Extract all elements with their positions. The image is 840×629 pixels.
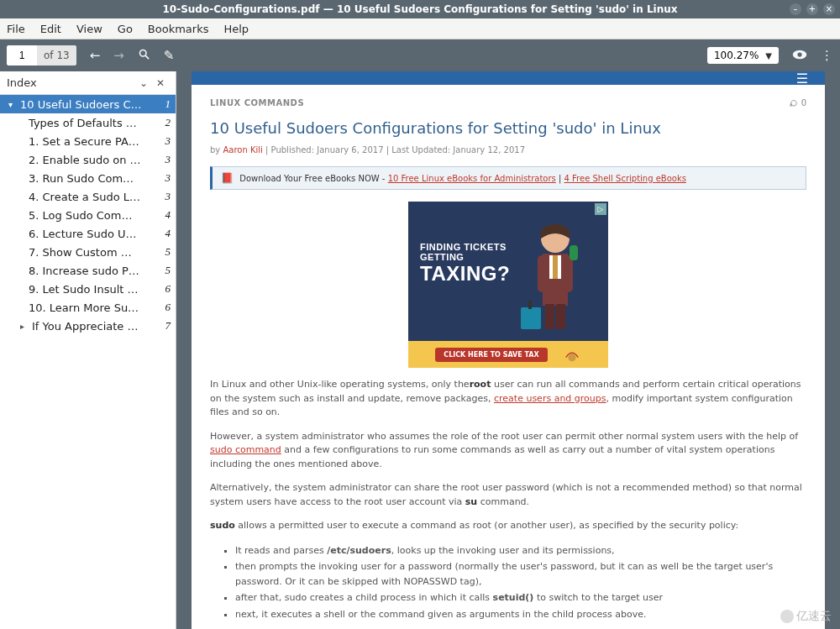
svg-rect-10	[538, 255, 546, 292]
ad-person-illustration	[517, 213, 593, 339]
paragraph: However, a system administrator who assu…	[210, 430, 806, 472]
menu-edit[interactable]: Edit	[40, 23, 61, 35]
watermark: 亿速云	[780, 609, 832, 624]
index-item[interactable]: 2. Enable sudo on …3	[0, 150, 176, 169]
svg-rect-9	[570, 245, 578, 260]
index-item-label: 10 Useful Sudoers C…	[20, 98, 160, 111]
index-item[interactable]: 9. Let Sudo Insult …6	[0, 280, 176, 298]
window-title: 10-Sudo-Configurations.pdf — 10 Useful S…	[162, 3, 677, 15]
index-item-page: 4	[160, 208, 171, 222]
index-item[interactable]: 10. Learn More Su…6	[0, 298, 176, 317]
ad-close-icon[interactable]: ▷	[595, 203, 606, 215]
index-list: ▾10 Useful Sudoers C…1Types of Defaults …	[0, 95, 176, 629]
window-titlebar: 10-Sudo-Configurations.pdf — 10 Useful S…	[0, 0, 840, 18]
index-item-label: If You Appreciate …	[32, 320, 160, 333]
zoom-selector[interactable]: 100.27% ▼	[707, 47, 779, 64]
index-item-label: 6. Lecture Sudo U…	[29, 228, 160, 240]
index-item[interactable]: 3. Run Sudo Com…3	[0, 169, 176, 187]
byline: by Aaron Kili | Published: January 6, 20…	[210, 145, 806, 155]
ad-cta-button[interactable]: CLICK HERE TO SAVE TAX	[435, 348, 547, 362]
close-button[interactable]: ×	[823, 3, 835, 15]
ebook-link-1[interactable]: 10 Free Linux eBooks for Administrators	[388, 174, 556, 183]
svg-line-1	[145, 55, 149, 59]
sidebar-close-icon[interactable]: ✕	[152, 77, 169, 89]
edit-icon[interactable]: ✎	[164, 48, 175, 63]
menu-go[interactable]: Go	[118, 23, 133, 35]
index-item[interactable]: 7. Show Custom …5	[0, 243, 176, 261]
document-viewport[interactable]: ☰ LINUX COMMANDS 0 10 Useful Sudoers Con…	[176, 71, 840, 629]
paragraph: In Linux and other Unix-like operating s…	[210, 378, 806, 420]
site-header-bar: ☰	[192, 71, 825, 85]
index-item[interactable]: 6. Lecture Sudo U…4	[0, 224, 176, 243]
index-item-label: 8. Increase sudo P…	[29, 265, 160, 277]
paragraph: Alternatively, the system administrator …	[210, 481, 806, 509]
index-item-label: 1. Set a Secure PA…	[29, 135, 160, 148]
index-item[interactable]: 8. Increase sudo P…5	[0, 261, 176, 280]
ebook-promo-box: 📕 Download Your Free eBooks NOW - 10 Fre…	[210, 166, 806, 190]
ad-text: FINDING TICKETS GETTING TAXING?	[420, 242, 510, 286]
svg-rect-11	[545, 304, 554, 329]
index-item-page: 5	[160, 264, 171, 277]
maximize-button[interactable]: +	[806, 3, 818, 15]
index-item-page: 3	[160, 153, 171, 166]
svg-rect-12	[556, 304, 565, 329]
presentation-icon[interactable]	[792, 48, 807, 63]
index-item-label: 3. Run Sudo Com…	[29, 172, 160, 185]
menu-help[interactable]: Help	[223, 23, 249, 35]
link-sudo-command[interactable]: sudo command	[210, 444, 281, 455]
sidebar-title: Index	[7, 76, 135, 89]
menu-bookmarks[interactable]: Bookmarks	[148, 23, 209, 35]
index-item-page: 1	[160, 97, 171, 111]
watermark-logo-icon	[780, 610, 794, 623]
advertisement[interactable]: ▷ FINDING TICKETS GETTING TAXING?	[408, 202, 608, 368]
index-item[interactable]: Types of Defaults …2	[0, 113, 176, 132]
ebook-link-2[interactable]: 4 Free Shell Scripting eBooks	[564, 174, 686, 183]
index-item-label: 2. Enable sudo on …	[29, 154, 160, 166]
list-item: after that, sudo creates a child process…	[235, 590, 806, 605]
book-icon: 📕	[221, 172, 234, 184]
search-icon[interactable]	[138, 48, 150, 64]
forward-icon[interactable]: →	[113, 48, 124, 63]
link-create-users[interactable]: create users and groups	[494, 393, 606, 404]
index-item-page: 3	[160, 171, 171, 185]
ad-logo-icon	[563, 345, 581, 364]
page-field: of 13	[7, 45, 76, 66]
expand-icon[interactable]: ▸	[20, 322, 32, 331]
svg-point-3	[797, 52, 801, 56]
index-item[interactable]: ▸If You Appreciate …7	[0, 317, 176, 335]
expand-icon[interactable]: ▾	[8, 100, 20, 109]
minimize-button[interactable]: –	[790, 3, 801, 15]
page-number-input[interactable]	[7, 45, 37, 66]
zoom-value: 100.27%	[714, 50, 759, 61]
index-item-page: 5	[160, 245, 171, 259]
comments-count[interactable]: 0	[789, 98, 806, 107]
index-item-label: 7. Show Custom …	[29, 246, 160, 259]
menu-view[interactable]: View	[76, 23, 102, 35]
index-item-page: 3	[160, 134, 171, 148]
svg-rect-7	[553, 255, 558, 279]
list-item: next, it executes a shell or the command…	[235, 607, 806, 622]
sidebar-menu-icon[interactable]: ⌄	[135, 77, 152, 89]
index-item-label: Types of Defaults …	[29, 117, 160, 129]
index-item-page: 2	[160, 116, 171, 129]
index-item-label: 9. Let Sudo Insult …	[29, 283, 160, 296]
svg-point-0	[139, 50, 146, 56]
category-crumb[interactable]: LINUX COMMANDS	[210, 98, 304, 107]
index-item-page: 6	[160, 301, 171, 314]
sidebar-index: Index ⌄ ✕ ▾10 Useful Sudoers C…1Types of…	[0, 71, 176, 629]
page-total: of 13	[37, 45, 76, 66]
index-item[interactable]: ▾10 Useful Sudoers C…1	[0, 95, 176, 113]
index-item[interactable]: 4. Create a Sudo L…3	[0, 187, 176, 206]
svg-rect-14	[528, 301, 532, 309]
index-item[interactable]: 5. Log Sudo Com…4	[0, 206, 176, 224]
menubar: File Edit View Go Bookmarks Help	[0, 18, 840, 39]
svg-point-15	[568, 354, 575, 361]
author-link[interactable]: Aaron Kili	[223, 145, 262, 155]
more-menu-icon[interactable]: ⋮	[821, 48, 833, 63]
index-item-page: 4	[160, 227, 171, 240]
toolbar: of 13 ← → ✎ 100.27% ▼ ⋮	[0, 39, 840, 71]
index-item[interactable]: 1. Set a Secure PA…3	[0, 132, 176, 150]
menu-file[interactable]: File	[7, 23, 25, 35]
hamburger-icon[interactable]: ☰	[796, 71, 808, 86]
back-icon[interactable]: ←	[90, 48, 101, 63]
